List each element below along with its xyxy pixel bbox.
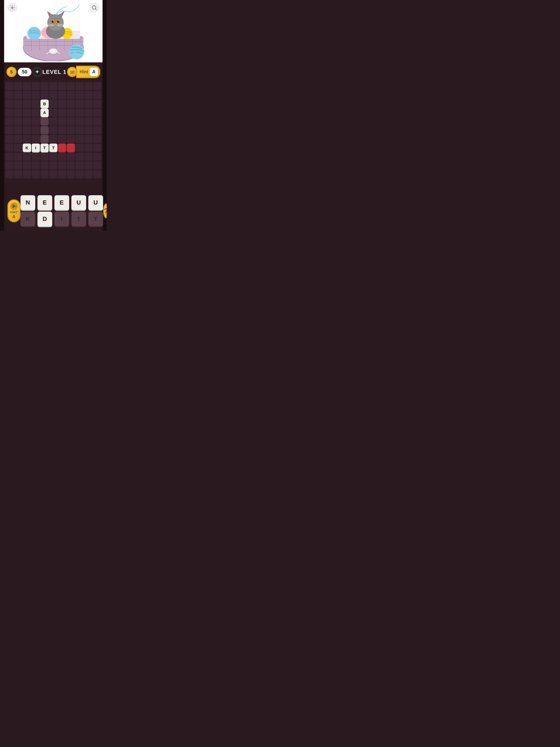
grid-cell <box>84 170 93 178</box>
grid-cell <box>14 144 22 152</box>
grid-cell <box>23 170 31 178</box>
photo-area <box>4 0 103 63</box>
grid-cell <box>41 82 49 90</box>
settings-button[interactable] <box>7 3 17 12</box>
letter-cell-empty-v3[interactable] <box>41 135 49 143</box>
letter-cell-T2[interactable]: T <box>49 144 57 152</box>
grid-cell <box>84 100 93 108</box>
grid-cell <box>23 126 31 134</box>
grid-cell <box>84 153 93 161</box>
letter-cell-red2[interactable] <box>67 144 75 152</box>
tile-E2[interactable]: E <box>54 195 69 210</box>
grid-cell <box>5 91 14 99</box>
tile-K[interactable]: K <box>21 212 35 226</box>
grid-cell <box>14 161 22 170</box>
crossword-grid: B A KITT <box>5 82 101 178</box>
grid-cell <box>49 91 57 99</box>
tile-D[interactable]: D <box>37 212 52 226</box>
grid-cell <box>5 126 14 134</box>
grid-cell <box>93 161 101 170</box>
grid-cell <box>41 91 49 99</box>
grid-cell <box>93 82 101 90</box>
grid-cell <box>58 153 66 161</box>
grid-cell <box>75 126 84 134</box>
hint-a-button[interactable]: HINT A <box>7 199 21 222</box>
svg-point-17 <box>28 27 41 40</box>
grid-cell <box>5 117 14 126</box>
grid-cell <box>84 91 93 99</box>
grid-cell <box>32 117 40 126</box>
grid-cell <box>32 100 40 108</box>
tiles-wrapper: N E E U U K D I T T <box>21 195 103 226</box>
grid-cell <box>23 82 31 90</box>
grid-cell <box>5 108 14 117</box>
tile-U1[interactable]: U <box>71 195 86 210</box>
grid-cell <box>32 108 40 117</box>
tile-T1[interactable]: T <box>71 212 86 226</box>
grid-cell <box>84 144 93 152</box>
grid-cell <box>41 153 49 161</box>
grid-cell <box>58 126 66 134</box>
play-triangle-icon <box>12 204 16 208</box>
letter-cell-T1[interactable]: T <box>41 144 49 152</box>
letter-cell-A[interactable]: A <box>41 108 49 117</box>
tile-E1[interactable]: E <box>37 195 52 210</box>
grid-cell <box>49 126 57 134</box>
tile-T2[interactable]: T <box>88 212 103 226</box>
tile-I[interactable]: I <box>54 212 69 226</box>
grid-cell <box>84 117 93 126</box>
letter-cell-red1[interactable] <box>58 144 66 152</box>
grid-cell <box>67 126 75 134</box>
grid-cell <box>5 170 14 178</box>
grid-cell <box>5 135 14 143</box>
grid-cell <box>67 91 75 99</box>
grid-cell <box>14 135 22 143</box>
svg-point-32 <box>55 24 56 25</box>
grid-cell <box>32 153 40 161</box>
grid-cell <box>5 82 14 90</box>
add-coins-button[interactable]: + <box>32 67 42 77</box>
help-button[interactable]: ? <box>103 203 107 218</box>
grid-cell <box>84 161 93 170</box>
grid-cell <box>49 82 57 90</box>
grid-cell <box>5 161 14 170</box>
svg-point-31 <box>58 21 59 22</box>
tile-U2[interactable]: U <box>88 195 103 210</box>
grid-cell <box>58 135 66 143</box>
grid-cell <box>75 100 84 108</box>
grid-cell <box>93 144 101 152</box>
grid-cell <box>75 117 84 126</box>
grid-cell <box>5 144 14 152</box>
svg-point-30 <box>53 21 54 22</box>
grid-cell <box>32 91 40 99</box>
grid-cell <box>49 170 57 178</box>
hint-letter-badge: A <box>90 68 98 76</box>
hint-a-letter: A <box>12 214 16 219</box>
letter-cell-K[interactable]: K <box>23 144 31 152</box>
search-button[interactable] <box>90 3 99 12</box>
hint-pill[interactable]: Hint A <box>76 66 100 78</box>
letter-cell-B[interactable]: B <box>41 100 49 108</box>
grid-cell <box>67 153 75 161</box>
grid-cell <box>32 135 40 143</box>
grid-cell <box>93 170 101 178</box>
grid-cell <box>67 82 75 90</box>
coins-value: 50 <box>18 68 31 76</box>
grid-cell <box>23 117 31 126</box>
grid-cell <box>67 108 75 117</box>
letter-cell-empty-v[interactable] <box>41 117 49 126</box>
crossword-grid-wrapper: B A KITT <box>4 81 103 193</box>
tile-N[interactable]: N <box>21 195 35 210</box>
grid-cell <box>14 100 22 108</box>
grid-cell <box>84 108 93 117</box>
grid-cell <box>93 126 101 134</box>
grid-cell <box>75 144 84 152</box>
grid-cell <box>84 135 93 143</box>
letter-cell-empty-v2[interactable] <box>41 126 49 134</box>
grid-cell <box>67 117 75 126</box>
grid-cell <box>93 153 101 161</box>
hint-a-play-icon <box>10 202 18 210</box>
grid-cell <box>14 117 22 126</box>
tiles-row-2: K D I T T <box>21 212 103 226</box>
letter-cell-I[interactable]: I <box>32 144 40 152</box>
